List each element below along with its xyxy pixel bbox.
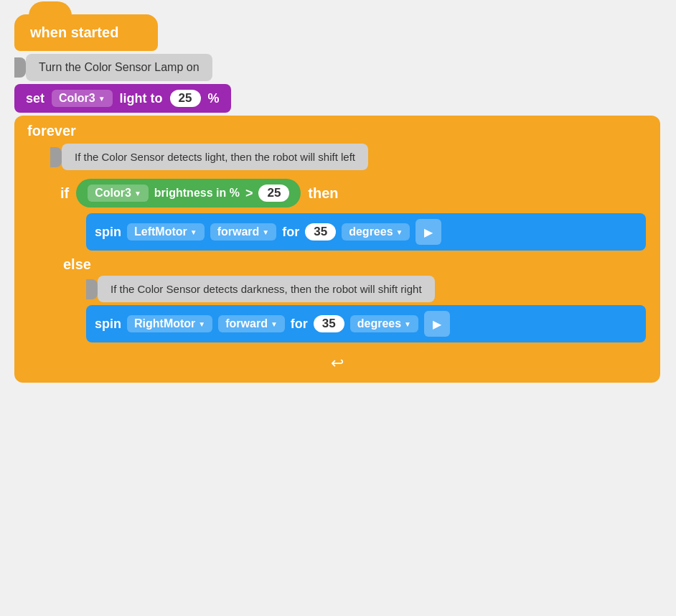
light-value-pill[interactable]: 25 xyxy=(170,90,201,107)
sensor-value: Color3 xyxy=(59,92,95,105)
connector-bump xyxy=(14,57,26,78)
dropdown-arrow3: ▼ xyxy=(190,228,197,236)
operator-label: > xyxy=(245,186,253,201)
spin1-play-button[interactable] xyxy=(416,219,441,245)
comment2-block: If the Color Sensor detects darkness, th… xyxy=(98,276,435,302)
comment1-row: If the Color Sensor detects light, then … xyxy=(50,144,653,170)
spin2-motor-value: RightMotor xyxy=(134,317,195,330)
spin2-play-button[interactable] xyxy=(424,311,450,337)
spin2-direction-value: forward xyxy=(225,317,268,330)
forever-label: forever xyxy=(27,123,76,139)
dropdown-arrow4: ▼ xyxy=(262,228,269,236)
spin2-label: spin xyxy=(95,317,121,332)
condition-value-pill[interactable]: 25 xyxy=(258,185,289,202)
comment2-text: If the Color Sensor detects darkness, th… xyxy=(111,283,422,295)
if-body: spin LeftMotor ▼ forward ▼ for 35 xyxy=(86,213,646,253)
forever-label-row: forever xyxy=(14,116,660,139)
loop-icon: ↩ xyxy=(331,354,344,373)
spin1-block[interactable]: spin LeftMotor ▼ forward ▼ for 35 xyxy=(86,213,646,251)
dropdown-arrow6: ▼ xyxy=(198,320,205,328)
condition-sensor-dropdown[interactable]: Color3 ▼ xyxy=(88,185,149,202)
condition-value: 25 xyxy=(267,186,281,200)
spin1-degrees-label: degrees xyxy=(349,225,393,238)
then-label: then xyxy=(308,185,338,202)
spin1-motor-value: LeftMotor xyxy=(134,225,187,238)
set-light-block[interactable]: set Color3 ▼ light to 25 % xyxy=(14,84,231,113)
spin2-value-pill[interactable]: 35 xyxy=(314,315,344,332)
turn-lamp-row: Turn the Color Sensor Lamp on xyxy=(14,54,660,81)
comment2-row: If the Color Sensor detects darkness, th… xyxy=(86,276,646,302)
blocks-workspace: when started Turn the Color Sensor Lamp … xyxy=(14,14,660,383)
condition-text: brightness in % xyxy=(154,187,240,200)
spin2-degrees-value: 35 xyxy=(322,317,336,331)
spin2-motor-dropdown[interactable]: RightMotor ▼ xyxy=(127,315,212,332)
if-label: if xyxy=(60,185,69,202)
dropdown-arrow: ▼ xyxy=(98,95,105,103)
forever-inner: If the Color Sensor detects light, then … xyxy=(50,139,653,347)
spin1-direction-value: forward xyxy=(217,225,260,238)
dropdown-arrow5: ▼ xyxy=(396,228,403,236)
spin2-for-label: for xyxy=(291,317,308,332)
spin1-motor-dropdown[interactable]: LeftMotor ▼ xyxy=(127,223,205,241)
percent-label: % xyxy=(208,91,220,106)
spin2-degrees-dropdown[interactable]: degrees ▼ xyxy=(350,315,418,332)
forever-bottom: ↩ xyxy=(14,347,660,383)
spin1-for-label: for xyxy=(282,225,299,240)
comment1-text: If the Color Sensor detects light, then … xyxy=(75,151,355,163)
spin2-direction-dropdown[interactable]: forward ▼ xyxy=(218,315,285,332)
else-body: If the Color Sensor detects darkness, th… xyxy=(86,276,646,347)
else-row: else xyxy=(50,253,653,276)
connector-bump3 xyxy=(86,279,98,299)
if-header-row: if Color3 ▼ brightness in % > 25 then xyxy=(50,173,653,213)
spin2-degrees-label: degrees xyxy=(357,317,401,330)
condition-sensor-value: Color3 xyxy=(95,187,131,200)
condition-block[interactable]: Color3 ▼ brightness in % > 25 xyxy=(76,179,301,207)
comment1-block: If the Color Sensor detects light, then … xyxy=(62,144,368,170)
when-started-label: when started xyxy=(30,24,118,40)
sensor-dropdown[interactable]: Color3 ▼ xyxy=(52,90,113,107)
spin1-label: spin xyxy=(95,225,121,240)
dropdown-arrow2: ▼ xyxy=(134,190,141,197)
spin1-degrees-value: 35 xyxy=(314,225,327,239)
when-started-block[interactable]: when started xyxy=(14,14,158,51)
spin2-block[interactable]: spin RightMotor ▼ forward ▼ for 35 xyxy=(86,305,646,342)
if-block: if Color3 ▼ brightness in % > 25 then xyxy=(50,173,653,347)
spin1-value-pill[interactable]: 35 xyxy=(305,223,336,241)
turn-lamp-block[interactable]: Turn the Color Sensor Lamp on xyxy=(26,54,212,81)
dropdown-arrow7: ▼ xyxy=(271,320,278,328)
dropdown-arrow8: ▼ xyxy=(404,320,411,328)
else-label: else xyxy=(63,256,91,272)
light-value: 25 xyxy=(179,91,192,106)
connector-bump2 xyxy=(50,147,62,167)
forever-block: forever If the Color Sensor detects ligh… xyxy=(14,116,660,383)
set-label: set xyxy=(26,91,44,106)
spin1-degrees-dropdown[interactable]: degrees ▼ xyxy=(342,223,410,241)
turn-lamp-text: Turn the Color Sensor Lamp on xyxy=(39,61,199,74)
set-light-row: set Color3 ▼ light to 25 % xyxy=(14,84,660,113)
light-to-label: light to xyxy=(120,91,163,106)
spin1-direction-dropdown[interactable]: forward ▼ xyxy=(210,223,277,241)
